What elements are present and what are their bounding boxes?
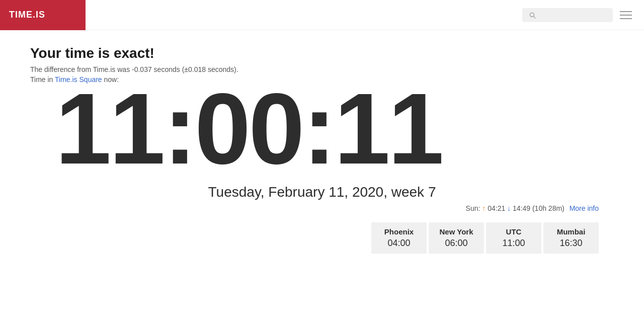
- sunrise-time: 04:21: [488, 204, 505, 212]
- city-tile[interactable]: Mumbai16:30: [543, 222, 599, 254]
- city-tile[interactable]: Phoenix04:00: [371, 222, 427, 254]
- sun-line: Sun: ↑ 04:21 ↓ 14:49 (10h 28m) More info: [30, 204, 614, 212]
- more-info-link[interactable]: More info: [570, 204, 599, 212]
- time-in-prefix: Time in: [30, 75, 53, 84]
- hamburger-line-2: [620, 15, 632, 16]
- sun-prefix: Sun:: [466, 204, 480, 212]
- city-name: Phoenix: [381, 227, 417, 236]
- search-icon: [528, 11, 536, 19]
- header: TIME.IS: [0, 0, 644, 30]
- clock-time-text: 11:00:11: [55, 72, 442, 185]
- main-content: Your time is exact! The difference from …: [0, 30, 644, 269]
- city-name: Mumbai: [553, 227, 589, 236]
- city-tile[interactable]: New York06:00: [429, 222, 484, 254]
- clock-display: 11:00:11: [30, 78, 614, 179]
- city-name: UTC: [496, 227, 531, 236]
- header-right: [522, 8, 644, 22]
- logo[interactable]: TIME.IS: [0, 0, 86, 30]
- hamburger-line-1: [620, 11, 632, 12]
- sun-duration: (10h 28m): [532, 204, 565, 212]
- city-time: 06:00: [439, 238, 474, 249]
- sunset-arrow-icon: ↓: [507, 204, 511, 212]
- date-line: Tuesday, February 11, 2020, week 7: [30, 184, 614, 200]
- search-box[interactable]: [522, 8, 613, 22]
- hamburger-menu-button[interactable]: [618, 9, 634, 21]
- city-time: 11:00: [496, 238, 531, 249]
- more-info-label: More info: [570, 204, 599, 212]
- logo-text: TIME.IS: [9, 10, 45, 20]
- city-time: 04:00: [381, 238, 417, 249]
- sunset-time: 14:49: [513, 204, 530, 212]
- city-name: New York: [439, 227, 474, 236]
- exact-title: Your time is exact!: [30, 45, 614, 61]
- city-tiles: Phoenix04:00New York06:00UTC11:00Mumbai1…: [30, 222, 614, 254]
- sunrise-arrow-icon: ↑: [482, 204, 486, 212]
- search-input[interactable]: [539, 11, 607, 19]
- hamburger-line-3: [620, 18, 632, 19]
- city-tile[interactable]: UTC11:00: [486, 222, 541, 254]
- city-time: 16:30: [553, 238, 589, 249]
